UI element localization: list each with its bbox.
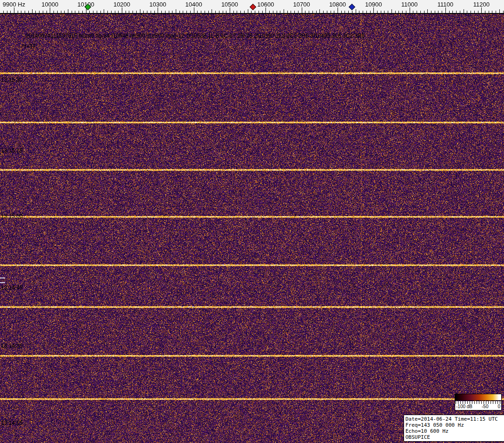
time-offset-text: ^t+37 <box>22 43 35 50</box>
freq-tick-label: 9900 Hz <box>3 1 25 8</box>
freq-tick-label: 10300 <box>149 1 166 8</box>
freq-tick-label: 10200 <box>113 1 130 8</box>
left-edge-tick <box>0 278 5 278</box>
db-scale-box: -100 dB -50 0 <box>455 401 502 410</box>
color-gradient-bar <box>455 394 502 401</box>
station-info-box: Date=2014-06-24 Time=11:15 UTC Freq=143 … <box>404 415 504 442</box>
db-color-scale: -100 dB -50 0 <box>455 394 502 410</box>
freq-tick-label: 11000 <box>401 1 418 8</box>
time-tick-label: 13:14:15 <box>1 420 23 426</box>
waterfall-canvas[interactable] <box>0 14 504 443</box>
db-max-label: 0 <box>497 404 500 410</box>
freq-tick-label: 10500 <box>221 1 238 8</box>
spectrogram-window: 9900 Hz100001010010200103001040010500106… <box>0 0 504 443</box>
left-edge-tick <box>0 282 5 283</box>
info-station-name: OBSUPICE <box>405 434 504 440</box>
freq-tick-label: 11100 <box>438 1 453 8</box>
frequency-ruler[interactable]: 9900 Hz100001010010200103001040010500106… <box>0 0 504 14</box>
freq-tick-label: 10700 <box>293 1 310 8</box>
waterfall-display[interactable]: 20140624111537316 hCnt9 nb-84 f10548 hit… <box>0 14 504 443</box>
freq-tick-label: 10000 <box>41 1 58 8</box>
time-tick-label: 13:15:15 <box>1 147 23 154</box>
db-min-label: -100 dB <box>456 404 472 410</box>
info-echo-frequency: Echo=10 600 Hz <box>405 428 504 434</box>
freq-tick-label: 10900 <box>365 1 382 8</box>
freq-tick-label: 10800 <box>329 1 346 8</box>
detection-log-text: 20140624111537316 hCnt9 nb-84 f10548 hit… <box>26 33 365 39</box>
info-frequency: Freq=143 050 000 Hz <box>405 422 504 428</box>
time-tick-label: 13:14:45 <box>1 284 23 291</box>
freq-tick-label: 10600 <box>257 1 274 8</box>
info-date-time: Date=2014-06-24 Time=11:15 UTC <box>405 416 504 422</box>
time-tick-label: 13:14:30 <box>1 343 23 349</box>
freq-tick-label: 10400 <box>186 1 202 8</box>
db-mid-label: -50 <box>482 404 488 410</box>
time-tick-label: 13:15:00 <box>1 213 23 219</box>
time-tick-label: 13:15:30 <box>1 77 23 83</box>
freq-tick-label: 11200 <box>473 1 490 8</box>
